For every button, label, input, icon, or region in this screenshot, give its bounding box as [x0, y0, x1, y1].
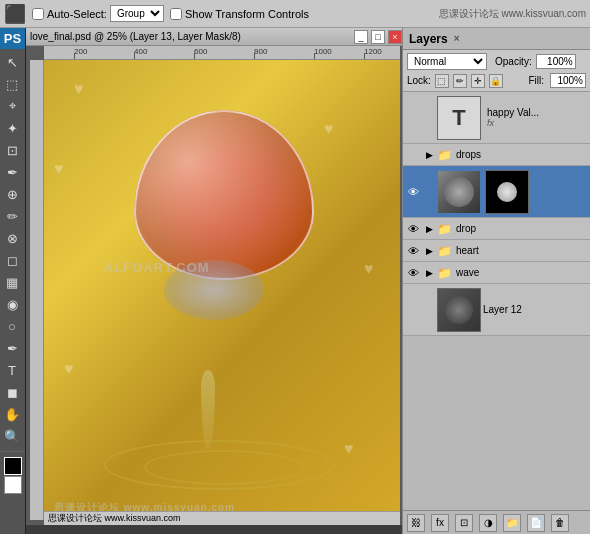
layer-row-drop-group[interactable]: 👁 ▶ 📁 drop — [403, 218, 590, 240]
hand-tool[interactable]: ✋ — [0, 403, 24, 425]
ruler-mark-400: 400 — [134, 47, 147, 56]
ps-logo: PS — [0, 28, 25, 49]
document-window: love_final.psd @ 25% (Layer 13, Layer Ma… — [26, 28, 406, 525]
lock-position-icon[interactable]: ✛ — [471, 74, 485, 88]
ruler-mark-200: 200 — [74, 47, 87, 56]
fill-input[interactable] — [550, 73, 586, 88]
move-tool[interactable]: ↖ — [0, 51, 24, 73]
auto-select-group: Auto-Select: Group — [32, 5, 164, 22]
layer-name-heart-group: heart — [456, 245, 588, 256]
bg-heart-2: ♥ — [324, 120, 334, 138]
maximize-button[interactable]: □ — [371, 30, 385, 44]
folder-icon-wave: 📁 — [437, 266, 452, 280]
fx-button[interactable]: fx — [431, 514, 449, 532]
layer-visibility-heart-group[interactable]: 👁 — [405, 243, 421, 259]
layer-expand-wave-group[interactable]: ▶ — [423, 267, 435, 279]
bg-heart-5: ♥ — [64, 360, 74, 378]
show-transform-group: Show Transform Controls — [170, 8, 309, 20]
watermark-alfoart: ALFOART.COM — [104, 260, 210, 275]
layer-visibility-wave-group[interactable]: 👁 — [405, 265, 421, 281]
eraser-tool[interactable]: ◻ — [0, 249, 24, 271]
pen-tool[interactable]: ✒ — [0, 337, 24, 359]
close-button[interactable]: × — [388, 30, 402, 44]
auto-select-checkbox[interactable] — [32, 8, 44, 20]
layer-expand-heart-group[interactable]: ▶ — [423, 245, 435, 257]
layers-list: T happy Val... fx ▶ 📁 drops 👁 — [403, 92, 590, 510]
link-layers-button[interactable]: ⛓ — [407, 514, 425, 532]
folder-icon-drops: 📁 — [437, 148, 452, 162]
auto-select-dropdown[interactable]: Group — [110, 5, 164, 22]
layer-visibility-drops-group[interactable] — [405, 147, 421, 163]
healing-tool[interactable]: ⊕ — [0, 183, 24, 205]
layer-name-text: happy Val... — [487, 107, 588, 118]
layers-tab-close[interactable]: × — [454, 33, 460, 44]
ps-menu: ⬛ — [4, 3, 26, 25]
layer-thumb-drops-image — [437, 170, 481, 214]
blend-mode-row: Normal Opacity: — [407, 53, 586, 70]
blend-mode-select[interactable]: Normal — [407, 53, 487, 70]
vertical-ruler — [30, 60, 44, 520]
dodge-tool[interactable]: ○ — [0, 315, 24, 337]
layer-row-wave-group[interactable]: 👁 ▶ 📁 wave — [403, 262, 590, 284]
document-titlebar: love_final.psd @ 25% (Layer 13, Layer Ma… — [26, 28, 406, 46]
layer-info-text: happy Val... fx — [483, 107, 588, 128]
layer-expand-drop-group[interactable]: ▶ — [423, 223, 435, 235]
zoom-tool[interactable]: 🔍 — [0, 425, 24, 447]
layer-expand-drops-group[interactable]: ▶ — [423, 149, 435, 161]
lock-all-icon[interactable]: 🔒 — [489, 74, 503, 88]
fill-label: Fill: — [528, 75, 544, 86]
crop-tool[interactable]: ⊡ — [0, 139, 24, 161]
layer-row-drops-image[interactable]: 👁 — [403, 166, 590, 218]
canvas: ♥ ♥ ♥ ♥ ♥ ♥ ALFOART.COM 思课设计论坛 www.missy… — [44, 60, 400, 520]
layer-visibility-text[interactable] — [405, 110, 421, 126]
layer-name-drop-group: drop — [456, 223, 588, 234]
layer-visibility-layer12[interactable] — [405, 302, 421, 318]
mask-button[interactable]: ⊡ — [455, 514, 473, 532]
layer-visibility-drop-group[interactable]: 👁 — [405, 221, 421, 237]
blur-tool[interactable]: ◉ — [0, 293, 24, 315]
gradient-tool[interactable]: ▦ — [0, 271, 24, 293]
select-tool[interactable]: ⬚ — [0, 73, 24, 95]
tools-panel: PS ↖ ⬚ ⌖ ✦ ⊡ ✒ ⊕ ✏ ⊗ ◻ ▦ ◉ ○ ✒ T ◼ ✋ 🔍 — [0, 28, 26, 534]
folder-icon-drop: 📁 — [437, 222, 452, 236]
text-tool[interactable]: T — [0, 359, 24, 381]
minimize-button[interactable]: _ — [354, 30, 368, 44]
layers-panel-header: Layers × — [403, 28, 590, 50]
delete-layer-button[interactable]: 🗑 — [551, 514, 569, 532]
layer-row-layer12[interactable]: Layer 12 — [403, 284, 590, 336]
layer-name-layer12: Layer 12 — [483, 304, 588, 315]
layer-row-drops-group[interactable]: ▶ 📁 drops — [403, 144, 590, 166]
layer-row-text[interactable]: T happy Val... fx — [403, 92, 590, 144]
layer-expand-text — [423, 112, 435, 124]
clone-tool[interactable]: ⊗ — [0, 227, 24, 249]
layer-row-heart-group[interactable]: 👁 ▶ 📁 heart — [403, 240, 590, 262]
layer-name-drops-group: drops — [456, 149, 588, 160]
new-group-button[interactable]: 📁 — [503, 514, 521, 532]
layer-visibility-drops-image[interactable]: 👁 — [405, 184, 421, 200]
lasso-tool[interactable]: ⌖ — [0, 95, 24, 117]
ruler-tick — [314, 53, 315, 59]
show-transform-label: Show Transform Controls — [185, 8, 309, 20]
lock-row: Lock: ⬚ ✏ ✛ 🔒 Fill: — [407, 73, 586, 88]
adjustment-button[interactable]: ◑ — [479, 514, 497, 532]
bg-heart-3: ♥ — [54, 160, 64, 178]
layer-fx-text: fx — [487, 118, 588, 128]
magic-wand-tool[interactable]: ✦ — [0, 117, 24, 139]
lock-pixels-icon[interactable]: ✏ — [453, 74, 467, 88]
layers-panel: Layers × Normal Opacity: Lock: ⬚ ✏ ✛ 🔒 F… — [402, 28, 590, 534]
bg-heart-6: ♥ — [344, 440, 354, 458]
layer-thumb-layer12 — [437, 288, 481, 332]
shape-tool[interactable]: ◼ — [0, 381, 24, 403]
brush-tool[interactable]: ✏ — [0, 205, 24, 227]
status-bar: 思课设计论坛 www.kissvuan.com — [44, 511, 400, 525]
top-watermark: 思课设计论坛 www.kissvuan.com — [439, 7, 586, 21]
window-controls: _ □ × — [354, 30, 402, 44]
bg-heart-4: ♥ — [364, 260, 374, 278]
show-transform-checkbox[interactable] — [170, 8, 182, 20]
opacity-label: Opacity: — [495, 56, 532, 67]
new-layer-button[interactable]: 📄 — [527, 514, 545, 532]
lock-transparency-icon[interactable]: ⬚ — [435, 74, 449, 88]
eyedropper-tool[interactable]: ✒ — [0, 161, 24, 183]
opacity-input[interactable] — [536, 54, 576, 69]
heart-glass — [134, 110, 314, 280]
